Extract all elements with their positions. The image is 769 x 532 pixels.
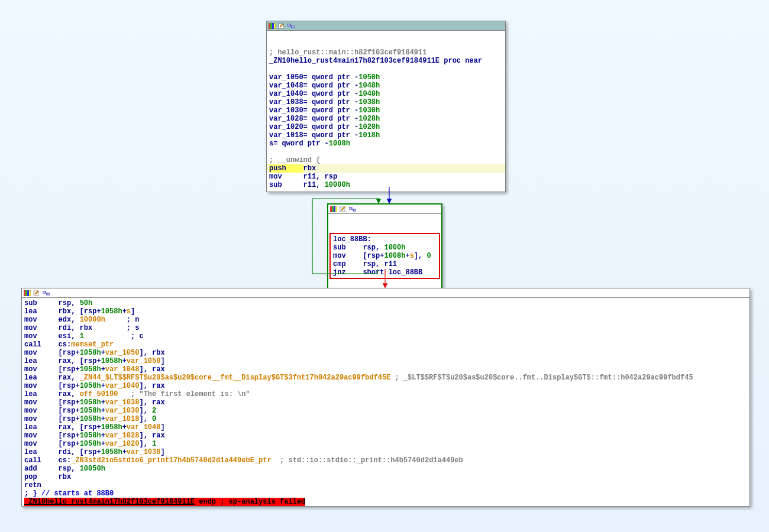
svg-rect-16 [24,290,25,296]
node-titlebar[interactable] [22,288,749,298]
svg-rect-1 [270,23,272,29]
svg-rect-17 [25,290,27,296]
edit-icon [277,22,286,30]
node-body[interactable]: sub rsp, 50h lea rbx, [rsp+1058h+s] mov … [22,298,749,506]
node-titlebar[interactable] [267,21,505,31]
graph-node-loop[interactable]: loc_88BB: sub rsp, 1000h mov [rsp+1008h+… [327,203,442,298]
color-swatch-icon [268,22,276,30]
svg-rect-19 [29,290,31,296]
svg-rect-11 [335,206,337,212]
link-icon [348,206,357,213]
svg-rect-8 [330,206,332,212]
node-body[interactable]: ; hello_rust::main::h82f103cef9184911 _Z… [267,31,505,192]
svg-rect-0 [269,23,270,29]
edit-icon [339,206,347,213]
svg-rect-10 [334,206,335,212]
link-icon [42,290,50,297]
svg-rect-18 [27,290,29,296]
edit-icon [33,290,41,297]
color-swatch-icon [329,206,338,213]
color-swatch-icon [23,290,31,297]
graph-node-body[interactable]: sub rsp, 50h lea rbx, [rsp+1058h+s] mov … [21,288,750,507]
svg-rect-2 [272,23,274,29]
svg-rect-9 [332,206,334,212]
node-inner-body[interactable]: loc_88BB: sub rsp, 1000h mov [rsp+1008h+… [329,233,440,279]
svg-rect-3 [274,23,276,29]
graph-node-entry[interactable]: ; hello_rust::main::h82f103cef9184911 _Z… [266,21,506,192]
link-icon [287,22,295,30]
node-titlebar[interactable] [328,205,441,214]
